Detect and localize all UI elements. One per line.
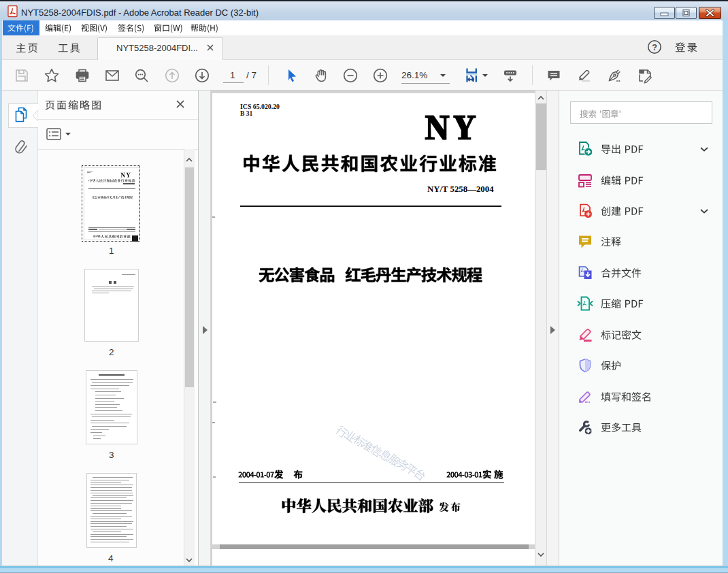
svg-text:?: ? — [652, 43, 657, 52]
